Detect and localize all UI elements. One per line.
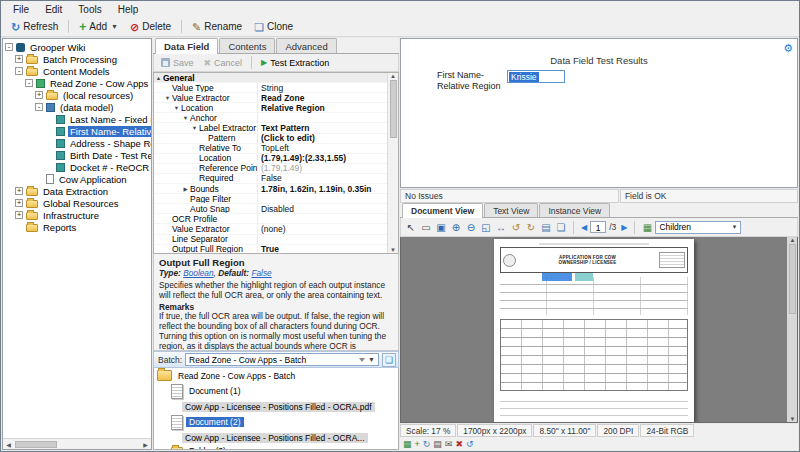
property-row[interactable]: General <box>154 73 398 83</box>
viewer-tab[interactable]: Document View <box>402 203 483 218</box>
zoom-out-icon[interactable]: ⊖ <box>464 220 478 234</box>
layers-icon[interactable]: ❏ <box>554 220 568 234</box>
tree-item[interactable]: Docket # - ReOCR Zone <box>3 161 151 173</box>
property-row[interactable]: OCR Profile <box>154 214 398 224</box>
tree-item[interactable]: - (data model) <box>3 101 151 113</box>
property-value[interactable]: False <box>258 173 398 183</box>
tree-item[interactable]: Birth Date - Test Region <box>3 149 151 161</box>
delete-button[interactable]: ⊘ Delete <box>124 19 177 34</box>
viewer-tab[interactable]: Instance View <box>539 203 610 217</box>
property-value[interactable]: (Click to edit) <box>258 133 398 143</box>
tree-item[interactable]: - Read Zone - Cow Apps - Content Mo <box>3 77 151 89</box>
property-value[interactable]: (none) <box>258 224 398 234</box>
property-row[interactable]: Location (1.79,1.49):(2.33,1.55) <box>154 154 398 164</box>
open-batch-icon[interactable]: ❏ <box>382 353 396 367</box>
children-dropdown[interactable]: Children ▼ <box>655 221 741 234</box>
editor-tab[interactable]: Advanced <box>276 38 336 53</box>
property-value[interactable]: Text Pattern <box>258 123 398 133</box>
property-value[interactable]: TopLeft <box>258 143 398 153</box>
menu-item[interactable]: Help <box>110 3 147 16</box>
expander-icon[interactable] <box>181 115 190 121</box>
tree-toggle[interactable]: - <box>5 43 13 51</box>
tree-item[interactable]: + Global Resources <box>3 197 151 209</box>
viewer-tab[interactable]: Text View <box>484 203 538 217</box>
rotate-left-icon[interactable]: ↺ <box>509 220 523 234</box>
batch-dropdown[interactable]: Read Zone - Cow Apps - Batch ▼ <box>185 353 379 366</box>
tree-toggle[interactable]: + <box>15 211 23 219</box>
batch-item[interactable]: Cow App - Licensee - Positions Filled - … <box>154 431 398 444</box>
horizontal-scrollbar[interactable]: ◀ ▶ <box>3 438 151 449</box>
menu-item[interactable]: Edit <box>37 3 70 16</box>
property-value[interactable]: True <box>258 244 398 254</box>
export-icon[interactable]: ▦ <box>403 439 412 449</box>
scroll-right-icon[interactable]: ▶ <box>140 441 151 448</box>
property-value[interactable]: 1.78in, 1.62in, 1.19in, 0.35in <box>258 184 398 194</box>
menu-item[interactable]: Tools <box>70 3 109 16</box>
expander-icon[interactable] <box>154 75 163 81</box>
pointer-icon[interactable]: ↖ <box>404 220 418 234</box>
zoom-region-icon[interactable]: ▣ <box>434 220 448 234</box>
tree-item[interactable]: + Data Extraction <box>3 185 151 197</box>
scroll-down-icon[interactable]: ▼ <box>787 416 798 422</box>
expander-icon[interactable] <box>190 125 199 131</box>
scroll-up-icon[interactable]: ▲ <box>388 73 398 79</box>
tree-item[interactable]: Last Name - Fixed Region <box>3 113 151 125</box>
tree-item[interactable]: - Grooper Wiki <box>3 41 151 53</box>
prev-page-icon[interactable]: ◀ <box>579 223 589 232</box>
scroll-up-icon[interactable]: ▲ <box>787 237 798 243</box>
batch-item[interactable]: Read Zone - Cow Apps - Batch <box>154 369 398 382</box>
page-number-input[interactable]: 1 <box>590 221 606 233</box>
save-button[interactable]: Save <box>156 56 199 70</box>
tree-item[interactable]: - Content Models <box>3 65 151 77</box>
property-value[interactable]: Relative Region <box>258 103 398 113</box>
fit-width-icon[interactable]: ↔ <box>494 220 508 234</box>
tree-toggle[interactable] <box>15 223 23 231</box>
undo-icon[interactable]: ↺ <box>466 439 474 449</box>
tree-item[interactable]: + (local resources) <box>3 89 151 101</box>
property-grid-scrollbar[interactable]: ▲ ▼ <box>387 73 398 253</box>
tree-toggle[interactable] <box>45 151 53 159</box>
expander-icon[interactable] <box>172 105 181 111</box>
rotate-page-icon[interactable]: ↻ <box>423 439 431 449</box>
cancel-button[interactable]: ✖ Cancel <box>199 56 248 70</box>
property-value[interactable]: String <box>258 83 398 93</box>
batch-item[interactable]: Folder (3) <box>154 444 398 450</box>
expander-icon[interactable] <box>163 95 172 101</box>
editor-tab[interactable]: Contents <box>219 38 275 53</box>
editor-tab[interactable]: Data Field <box>155 38 218 54</box>
tree-toggle[interactable]: + <box>15 199 23 207</box>
property-row[interactable]: Bounds 1.78in, 1.62in, 1.19in, 0.35in <box>154 184 398 194</box>
select-region-icon[interactable]: ▭ <box>419 220 433 234</box>
batch-item[interactable]: Document (1) <box>154 382 398 400</box>
zoom-in-icon[interactable]: ⊕ <box>449 220 463 234</box>
property-row[interactable]: Pattern (Click to edit) <box>154 134 398 144</box>
tree-toggle[interactable]: + <box>15 187 23 195</box>
property-row[interactable]: Value Type String <box>154 83 398 93</box>
clone-button[interactable]: ❏ Clone <box>248 19 299 34</box>
scrollbar-thumb[interactable] <box>789 244 796 314</box>
property-row[interactable]: Value Extractor (none) <box>154 224 398 234</box>
add-button[interactable]: + Add ▼ <box>73 19 124 34</box>
thumbnails-icon[interactable]: ▤ <box>539 220 553 234</box>
menu-item[interactable]: File <box>5 3 37 16</box>
scrollbar-thumb[interactable] <box>15 441 57 448</box>
property-row[interactable]: Value Extractor Read Zone <box>154 93 398 103</box>
tree-item[interactable]: Cow Application <box>3 173 151 185</box>
rotate-right-icon[interactable]: ↻ <box>524 220 538 234</box>
tree-toggle[interactable] <box>45 139 53 147</box>
filter-funnel-icon[interactable] <box>359 358 365 362</box>
scroll-down-icon[interactable]: ▼ <box>388 247 398 253</box>
expander-icon[interactable] <box>181 186 190 192</box>
canvas-scrollbar[interactable]: ▲ ▼ <box>787 237 797 422</box>
property-row[interactable]: Output Full Region True <box>154 245 398 254</box>
zoom-fit-icon[interactable]: ◱ <box>479 220 493 234</box>
next-page-icon[interactable]: ▶ <box>619 223 629 232</box>
tree-item[interactable]: + Infrastructure <box>3 209 151 221</box>
property-value[interactable]: (1.79,1.49):(2.33,1.55) <box>258 153 398 163</box>
tree-toggle[interactable]: - <box>35 103 43 111</box>
batch-item[interactable]: Cow App - Licensee - Positions Filled - … <box>154 400 398 413</box>
property-row[interactable]: Page Filter <box>154 194 398 204</box>
tree-toggle[interactable] <box>45 163 53 171</box>
batch-item[interactable]: Document (2) <box>154 413 398 431</box>
scrollbar-thumb[interactable] <box>390 80 397 138</box>
